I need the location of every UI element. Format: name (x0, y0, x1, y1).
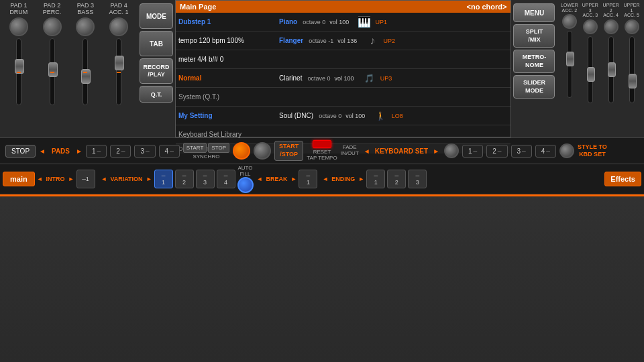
upper-fader-1[interactable] (629, 36, 635, 103)
kbd-ctrl-2[interactable]: 2 ─ (486, 145, 507, 158)
split-mix-button[interactable]: SPLIT/MIX (513, 24, 555, 48)
intro-label: INTRO (46, 176, 65, 182)
break-arrow-left: ◄ (257, 176, 263, 182)
song-name-4: Normal (178, 74, 201, 82)
top-section: PAD 1DRUM PAD 2PERC. PAD 3BASS (0, 0, 644, 137)
main-button[interactable]: main (3, 172, 35, 186)
intro-arrow-left: ◄ (37, 176, 43, 182)
variation-btn-2[interactable]: ─ 2 (175, 170, 194, 188)
slider-mode-button[interactable]: SLIDERMODE (513, 75, 555, 99)
record-play-button[interactable]: RECORD/PLAY (140, 58, 173, 84)
pad-ctrl-1[interactable]: 1 ─ (86, 145, 107, 158)
pad-ctrl-2[interactable]: 2 ─ (110, 145, 131, 158)
pad-fader-handle-2[interactable] (48, 62, 58, 77)
pad-knob-2[interactable] (43, 17, 62, 36)
metronome-button[interactable]: METRO-NOME (513, 50, 555, 73)
upper-fader-2[interactable] (608, 36, 614, 103)
song-row-6[interactable]: My Setting Soul (DNC) octave 0 vol 100 🚶… (176, 107, 511, 125)
pad-fader-2[interactable] (50, 38, 55, 105)
song-row-4[interactable]: Normal Clarinet octave 0 vol 100 🎵 UP3 (176, 69, 511, 88)
pad-ctrl-1-dash: ─ (97, 148, 101, 154)
break-btn-1[interactable]: ─ 1 (299, 170, 317, 188)
song-name-1: Dubstep 1 (178, 18, 211, 25)
song-name-7: Keyboard Set Library (178, 131, 241, 138)
ending-btn-3[interactable]: ─ 3 (408, 170, 427, 188)
pad-knob-3[interactable] (76, 17, 95, 36)
pad-fader-1[interactable] (16, 38, 21, 105)
upper-fader-handle-1[interactable] (629, 74, 637, 88)
auto-fill-btn[interactable] (237, 177, 254, 193)
song-display: Main Page <no chord> Dubstep 1 Piano oct… (175, 0, 511, 137)
song-row-7[interactable]: Keyboard Set Library (176, 125, 511, 144)
synchro-start-btn[interactable]: START (183, 143, 207, 153)
kbd-ctrl-3[interactable]: 3 ─ (511, 145, 532, 158)
keyboard-section (0, 194, 644, 196)
variation-btn-1[interactable]: ─ 1 (154, 170, 173, 188)
pad-fader-4[interactable] (116, 38, 121, 105)
variation-btn-4[interactable]: ─ 4 (217, 170, 235, 188)
pad-ctrl-3[interactable]: 3 ─ (134, 145, 155, 158)
upper-knob-2[interactable] (604, 19, 619, 34)
start-stop-button[interactable]: START/STOP (274, 141, 303, 160)
song-row-5[interactable]: System (Q.T.) (176, 88, 511, 107)
song-row-2[interactable]: tempo 120 bpm 100% Flanger octave -1 vol… (176, 32, 511, 50)
upper-knob-1[interactable] (625, 19, 639, 34)
song-row-3[interactable]: meter 4/4 b/# 0 (176, 50, 511, 69)
ending-btn-2[interactable]: ─ 2 (387, 170, 406, 188)
upper-fader-lower[interactable] (567, 31, 572, 98)
song-header-title: Main Page (180, 3, 216, 11)
reset-led (313, 140, 331, 148)
tab-button[interactable]: TAB (140, 31, 173, 56)
variation-arrow-right: ► (146, 176, 152, 182)
variation-arrow-left: ◄ (101, 176, 107, 182)
song-row-1[interactable]: Dubstep 1 Piano octave 0 vol 100 🎹 UP1 (176, 13, 511, 32)
kbd-round-btn-2[interactable] (559, 143, 574, 158)
auto-fill-group: AUTO FILL (237, 165, 254, 193)
pad-fader-3[interactable] (83, 38, 88, 105)
ending-arrow-left: ◄ (322, 176, 328, 182)
kbd-ctrl-1[interactable]: 1 ─ (462, 145, 483, 158)
upper-fader-handle-lower[interactable] (566, 52, 574, 66)
song-row-4-left: Normal (178, 74, 279, 82)
stop-button[interactable]: STOP (5, 145, 36, 158)
pad-knob-4[interactable] (109, 17, 128, 36)
upper-fader-3[interactable] (588, 36, 593, 103)
song-style-1: Piano (279, 18, 297, 25)
menu-button[interactable]: MENU (513, 3, 555, 22)
song-detail-4: octave 0 (307, 75, 330, 82)
pad-ctrl-2-dash: ─ (121, 148, 125, 154)
intro-btn-1[interactable]: ─ 1 (76, 170, 95, 188)
pad-ctrl-4-num: 4 (165, 147, 169, 155)
song-row-7-left: Keyboard Set Library (178, 131, 279, 138)
pad-knob-1[interactable] (9, 17, 28, 36)
pad-fader-handle-4[interactable] (115, 56, 124, 70)
upper-fader-handle-3[interactable] (587, 67, 595, 82)
mode-buttons: MODE TAB RECORD/PLAY Q.T. (138, 0, 175, 137)
ending-btn-1[interactable]: ─ 1 (366, 170, 385, 188)
upper-pad-2: UPPER 2ACC. 4 (601, 3, 621, 135)
variation-btn-3[interactable]: ─ 3 (196, 170, 215, 188)
song-detail-2: octave -1 (309, 38, 333, 44)
pad-label-3: PAD 3BASS (77, 3, 94, 16)
song-icon-1: 🎹 (354, 15, 374, 29)
song-icon-6: 🚶 (370, 109, 390, 123)
mode-button[interactable]: MODE (140, 3, 173, 29)
auto-fill-label: AUTO (238, 165, 253, 171)
upper-fader-handle-2[interactable] (608, 62, 616, 77)
synchro-stop-btn[interactable]: STOP (208, 143, 229, 153)
upper-pad-lower: LOWERACC. 2 (559, 3, 579, 135)
kbd-set-arrow-left: ◄ (364, 147, 370, 155)
synchro-round-btn-2[interactable] (254, 142, 271, 160)
upper-knob-3[interactable] (583, 19, 598, 34)
effects-button[interactable]: Effects (604, 172, 641, 186)
pad-ctrl-4[interactable]: 4 ─ (159, 145, 180, 158)
upper-knob-lower[interactable] (562, 14, 577, 29)
kbd-round-btn[interactable] (444, 143, 459, 158)
synchro-round-btn[interactable] (233, 142, 250, 160)
kbd-ctrl-4[interactable]: 4 ─ (535, 145, 556, 158)
song-tempo: tempo 120 bpm 100% (178, 37, 244, 44)
reset-label: RESETTAP TEMPO (307, 149, 337, 162)
upper-label-1: UPPER 1ACC. 5 (622, 3, 641, 18)
upper-label-2: UPPER 2ACC. 4 (601, 3, 621, 18)
qt-button[interactable]: Q.T. (140, 86, 173, 103)
